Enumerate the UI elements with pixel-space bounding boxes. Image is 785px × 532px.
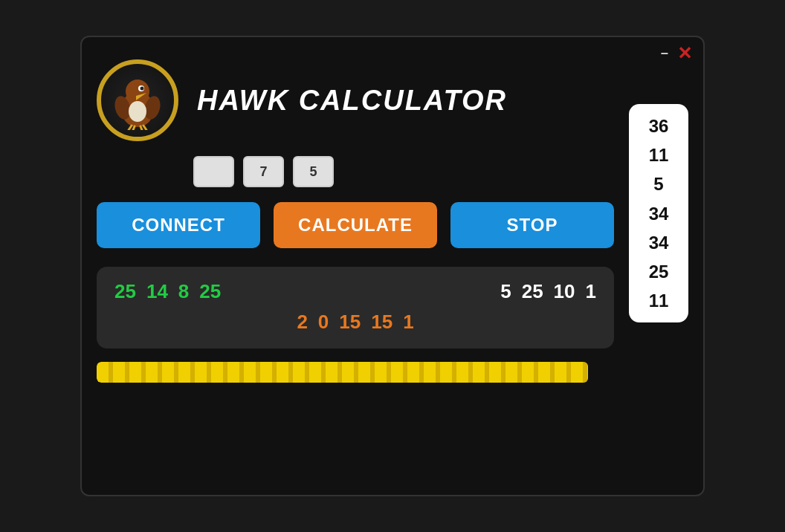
svg-point-7 bbox=[129, 101, 146, 122]
calculate-button[interactable]: CALCULATE bbox=[274, 202, 437, 248]
green-numbers: 25 14 8 25 bbox=[114, 280, 221, 303]
orange-numbers: 2 0 15 15 1 bbox=[297, 311, 413, 334]
logo bbox=[97, 59, 178, 141]
hawk-logo-icon bbox=[108, 71, 167, 130]
svg-point-1 bbox=[126, 80, 149, 103]
orange-num-3: 15 bbox=[339, 311, 361, 334]
orange-num-1: 2 bbox=[297, 311, 307, 334]
svg-line-8 bbox=[129, 126, 132, 130]
white-num-1: 5 bbox=[500, 280, 511, 303]
side-num-6: 25 bbox=[649, 260, 669, 283]
connect-button[interactable]: CONNECT bbox=[97, 202, 260, 248]
side-num-7: 11 bbox=[649, 289, 669, 312]
svg-point-4 bbox=[140, 87, 144, 91]
side-num-1: 36 bbox=[649, 114, 669, 137]
progress-bar-fill bbox=[97, 362, 588, 383]
orange-num-4: 15 bbox=[371, 311, 392, 334]
side-num-5: 34 bbox=[649, 231, 669, 254]
green-num-3: 8 bbox=[178, 280, 189, 303]
buttons-row: CONNECT CALCULATE STOP bbox=[97, 202, 614, 248]
svg-line-10 bbox=[140, 126, 142, 130]
header: HAWK CALCULATOR bbox=[97, 59, 614, 141]
side-panel: 36 11 5 34 34 25 11 bbox=[629, 104, 688, 322]
svg-line-11 bbox=[143, 126, 146, 130]
side-num-4: 34 bbox=[649, 202, 669, 225]
green-num-2: 14 bbox=[146, 280, 168, 303]
progress-bar-container bbox=[97, 362, 614, 383]
app-title: HAWK CALCULATOR bbox=[197, 85, 507, 117]
input-field-3[interactable] bbox=[293, 156, 334, 187]
input-field-2[interactable] bbox=[243, 156, 284, 187]
green-num-1: 25 bbox=[114, 280, 136, 303]
input-row bbox=[193, 156, 614, 187]
side-num-2: 11 bbox=[649, 143, 669, 166]
stop-button[interactable]: STOP bbox=[450, 202, 614, 248]
white-num-2: 25 bbox=[522, 280, 543, 303]
data-panel: 25 14 8 25 5 25 10 1 2 0 15 15 bbox=[97, 267, 614, 348]
input-field-1[interactable] bbox=[193, 156, 234, 187]
minimize-button[interactable]: − bbox=[660, 47, 668, 60]
data-row-bottom: 2 0 15 15 1 bbox=[114, 311, 596, 334]
main-content: HAWK CALCULATOR CONNECT CALCULATE STOP 2… bbox=[97, 59, 614, 383]
white-num-3: 10 bbox=[554, 280, 575, 303]
orange-num-2: 0 bbox=[318, 311, 329, 334]
white-num-4: 1 bbox=[586, 280, 596, 303]
white-numbers: 5 25 10 1 bbox=[500, 280, 596, 303]
orange-num-5: 1 bbox=[403, 311, 413, 334]
svg-line-9 bbox=[133, 126, 135, 130]
close-button[interactable]: ✕ bbox=[677, 45, 692, 62]
app-window: − ✕ bbox=[80, 36, 705, 496]
title-bar: − ✕ bbox=[660, 45, 692, 62]
green-num-4: 25 bbox=[199, 280, 221, 303]
side-num-3: 5 bbox=[653, 172, 663, 195]
data-row-top: 25 14 8 25 5 25 10 1 bbox=[114, 280, 596, 303]
